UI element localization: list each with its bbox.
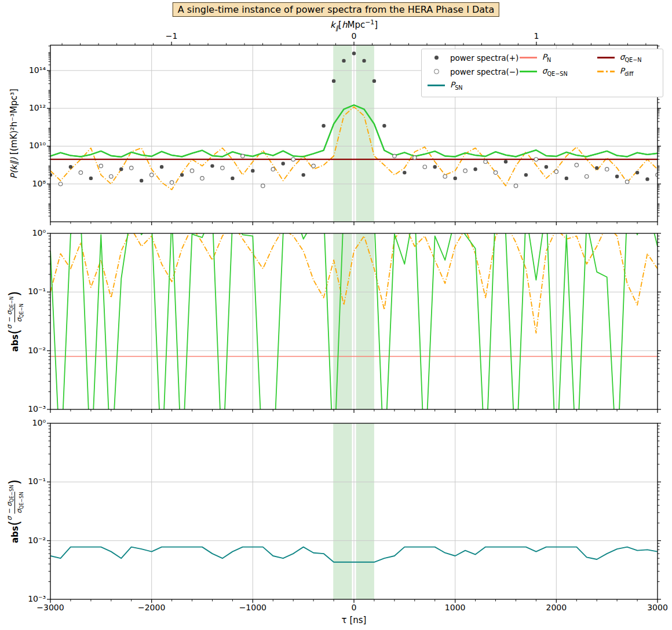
p2-paren-close: ): [6, 291, 23, 296]
line-swatch-icon: [520, 57, 537, 58]
p2-paren-open: (: [6, 329, 23, 334]
legend-item: PSN: [428, 80, 520, 90]
p3-den-sub: QE−SN: [19, 492, 24, 509]
p2-fraction: σ − σQE−NσQE−N: [6, 296, 24, 329]
rel-error-QE-N-panel: [45, 228, 663, 415]
legend-item: σQE−N: [597, 53, 660, 63]
dashdot-line-swatch-icon: [597, 71, 615, 72]
y-tick-label: 10⁰: [32, 228, 46, 237]
legend-item: Pdiff: [597, 67, 660, 76]
p1-ylabel-units: [(mK)²h⁻³Mpc³]: [9, 89, 19, 155]
line-swatch-icon: [597, 57, 615, 58]
p3-fraction: σ − σQE−SNσQE−SN: [6, 485, 24, 521]
p2-num-sub: QE−N: [9, 296, 14, 311]
panel1-y-axis-label: P(k∥) [(mK)²h⁻³Mpc³]: [9, 89, 19, 179]
p3-num-sub: QE−SN: [9, 485, 14, 502]
mpc-unit: Mpc: [347, 20, 365, 30]
x-tick-label: 2000: [533, 603, 579, 612]
y-tick-label: 10⁻¹: [28, 477, 46, 486]
legend-column: power spectra(+)power spectra(−)PSN: [428, 53, 520, 94]
k-tick-label: 1: [513, 31, 560, 41]
figure-title: A single-time instance of power spectra …: [173, 2, 499, 17]
k-tick-label: −1: [148, 31, 195, 41]
panel3-y-axis-label: abs(σ − σQE−SNσQE−SN): [6, 479, 24, 543]
panel2-y-axis-label: abs(σ − σQE−NσQE−N): [6, 291, 24, 352]
p2-den: σ: [15, 318, 23, 322]
filled-dot-marker-icon: [428, 56, 445, 60]
p2-num: σ − σ: [5, 311, 13, 329]
k-tick-label: 0: [331, 31, 377, 41]
bracket-close: ]: [374, 20, 378, 30]
open-dot-marker-icon: [428, 69, 445, 74]
legend-item: power spectra(+): [428, 53, 520, 63]
legend: power spectra(+)power spectra(−)PSNPNσQE…: [421, 49, 663, 97]
legend-item: σQE−SN: [520, 67, 597, 76]
legend-label: PSN: [450, 80, 463, 91]
y-tick-label: 10⁻³: [28, 404, 46, 413]
line-swatch-icon: [520, 71, 537, 72]
x-tick-label: −3000: [27, 603, 74, 612]
p2-den-sub: QE−N: [19, 303, 24, 318]
rel-error-QE-SN-panel: [45, 417, 663, 605]
p3-paren-close: ): [6, 479, 23, 485]
hera-power-spectra-figure: A single-time instance of power spectra …: [0, 0, 672, 630]
p3-num: σ − σ: [5, 502, 13, 521]
y-tick-label: 10¹⁰: [29, 141, 46, 150]
legend-item: power spectra(−): [428, 67, 520, 76]
k-symbol: k: [330, 20, 335, 30]
p1-ylabel-func: P(k∥): [9, 158, 19, 179]
x-tick-label: −1000: [229, 603, 276, 612]
p3-abs: abs: [10, 526, 20, 543]
mpc-exp: −1: [365, 19, 374, 26]
legend-column: PNσQE−SN: [520, 53, 597, 94]
y-tick-label: 10⁸: [32, 179, 46, 188]
legend-label: σQE−N: [620, 52, 642, 63]
legend-label: power spectra(+): [450, 53, 518, 63]
legend-item: PN: [520, 53, 597, 63]
y-tick-label: 10⁰: [32, 418, 46, 427]
y-tick-label: 10⁻²: [28, 346, 46, 355]
legend-label: σQE−SN: [542, 66, 568, 77]
y-tick-label: 10¹⁴: [29, 65, 46, 75]
x-tick-label: 1000: [432, 603, 479, 612]
top-axis-label: k∥[hMpc−1]: [330, 19, 378, 32]
x-tick-label: 0: [331, 603, 377, 612]
p3-paren-open: (: [6, 521, 23, 526]
legend-column: σQE−NPdiff: [597, 53, 660, 94]
legend-label: Pdiff: [620, 66, 634, 77]
y-tick-label: 10⁻³: [28, 594, 46, 603]
p2-abs: abs: [10, 335, 20, 352]
y-tick-label: 10⁻²: [28, 536, 46, 545]
legend-label: PN: [542, 52, 551, 63]
p3-den: σ: [15, 510, 23, 514]
line-swatch-icon: [428, 85, 445, 86]
y-tick-label: 10¹²: [29, 103, 46, 112]
x-tick-label: −2000: [129, 603, 175, 612]
bottom-axis-label: τ [ns]: [342, 615, 367, 625]
legend-label: power spectra(−): [450, 67, 518, 76]
y-tick-label: 10⁻¹: [28, 287, 46, 296]
x-tick-label: 3000: [634, 603, 672, 612]
